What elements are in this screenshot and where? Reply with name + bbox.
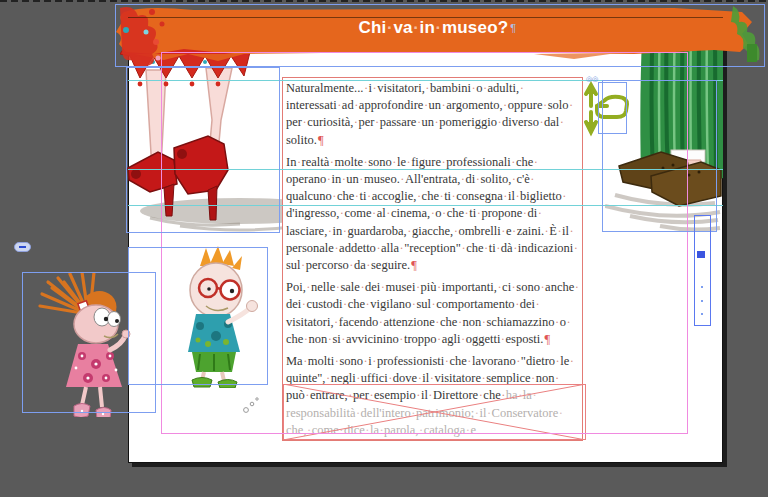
hand-icon-frame-edge[interactable] bbox=[598, 82, 627, 134]
girl-frame-edge[interactable] bbox=[22, 272, 156, 413]
folio-dot bbox=[701, 300, 703, 302]
indesign-canvas: Chi·va·in·museo?¶ bbox=[0, 0, 768, 497]
folio-marker bbox=[697, 251, 705, 258]
legs-frame-edge[interactable] bbox=[126, 67, 280, 233]
banner-frame-edge[interactable] bbox=[115, 4, 765, 67]
folio-dot bbox=[701, 286, 703, 288]
folio-dot bbox=[701, 313, 703, 315]
content-grabber-icon[interactable]: ◎◎ bbox=[586, 76, 598, 82]
pasteboard-bleed-line bbox=[0, 0, 768, 2]
note-marker-icon[interactable] bbox=[14, 242, 31, 252]
folio-text-frame[interactable] bbox=[694, 215, 711, 326]
